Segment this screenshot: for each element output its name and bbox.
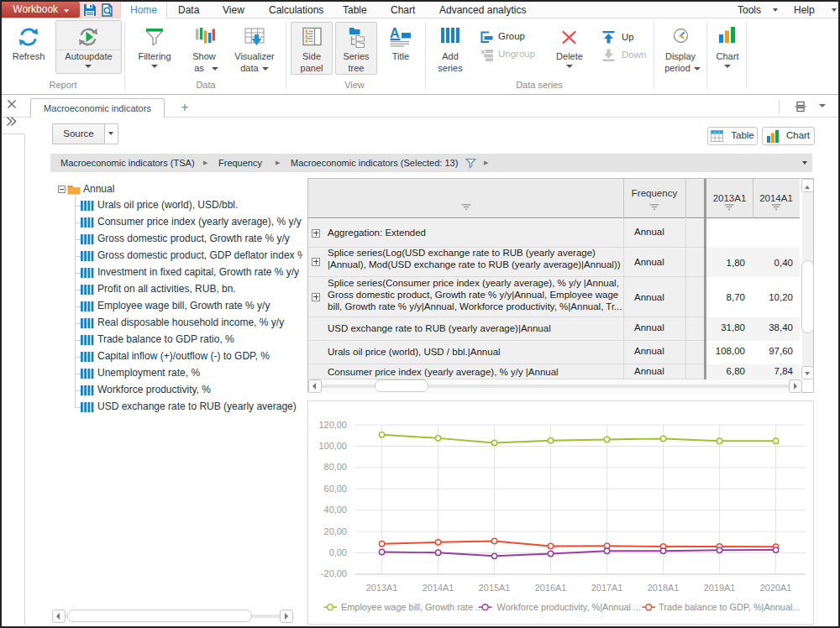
svg-text:80,00: 80,00 [324,462,347,472]
svg-text:Trade balance to GDP, %|Annual: Trade balance to GDP, %|Annual... [659,602,800,612]
svg-text:40,00: 40,00 [324,505,347,515]
svg-text:-20,00: -20,00 [321,568,347,578]
svg-text:2013A1: 2013A1 [366,583,398,593]
svg-text:0,00: 0,00 [329,547,347,557]
svg-text:20,00: 20,00 [324,526,347,536]
svg-text:120,00: 120,00 [319,420,347,430]
svg-text:2017A1: 2017A1 [591,583,623,593]
svg-text:2018A1: 2018A1 [648,583,680,593]
svg-text:100,00: 100,00 [319,441,347,451]
svg-text:2014A1: 2014A1 [423,583,454,593]
svg-text:2020A1: 2020A1 [760,583,792,593]
svg-text:60,00: 60,00 [324,484,347,494]
svg-text:2016A1: 2016A1 [535,583,567,593]
svg-text:2019A1: 2019A1 [704,583,736,593]
svg-text:2015A1: 2015A1 [479,583,511,593]
svg-text:A: A [390,26,400,40]
svg-text:Employee wage bill, Growth rat: Employee wage bill, Growth rate ... [341,602,483,612]
svg-text:Workforce productivity, %|Annu: Workforce productivity, %|Annual ... [497,602,642,612]
